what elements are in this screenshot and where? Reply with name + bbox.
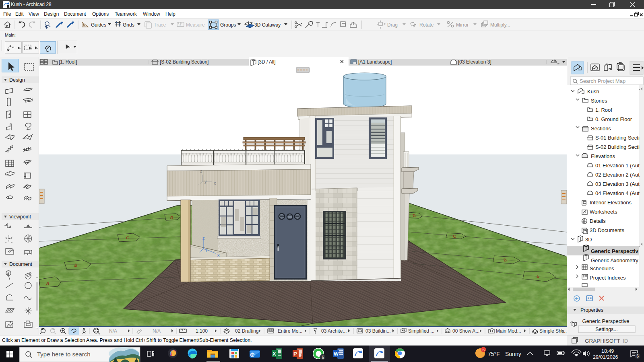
svg-text:75°F: 75°F (488, 351, 500, 357)
svg-text:Rotate: Rotate (419, 22, 434, 28)
svg-text:1:100: 1:100 (196, 328, 208, 334)
svg-text:N/A: N/A (153, 328, 161, 334)
svg-text:Sunny: Sunny (505, 351, 521, 357)
svg-text:3D Cutaway: 3D Cutaway (254, 22, 281, 28)
svg-text:[1. Roof]: [1. Roof] (59, 59, 77, 65)
svg-text:Stories: Stories (591, 98, 607, 104)
svg-text:N/A: N/A (109, 328, 117, 334)
svg-text:12: 12 (178, 24, 181, 27)
svg-text:1. Roof: 1. Roof (595, 107, 612, 113)
svg-text:o: o (251, 353, 254, 357)
svg-text:5: 5 (483, 348, 485, 352)
svg-text:18:49: 18:49 (601, 348, 614, 354)
svg-text:00 Show A...: 00 Show A... (452, 328, 479, 334)
svg-text:Search Project Map: Search Project Map (580, 78, 625, 84)
svg-text:Generic Perspective: Generic Perspective (582, 318, 629, 324)
svg-text:Drag: Drag (387, 22, 398, 28)
svg-text:Schedules: Schedules (590, 265, 614, 272)
svg-text:Settings...: Settings... (595, 327, 618, 332)
svg-text:Type here to search: Type here to search (37, 351, 91, 358)
svg-text:Main Mod...: Main Mod... (496, 328, 521, 334)
svg-text:Properties: Properties (580, 307, 603, 313)
svg-text:[A1 Landscape]: [A1 Landscape] (358, 59, 392, 65)
svg-text:S-02 Building Sectio: S-02 Building Sectio (595, 144, 642, 150)
svg-text:Simplified ...: Simplified ... (408, 328, 434, 334)
svg-text:Groups: Groups (220, 22, 236, 28)
svg-text:[03 Elevation 3]: [03 Elevation 3] (458, 59, 491, 65)
svg-text:Guides: Guides (91, 22, 106, 28)
svg-text:[S-02 Building Section]: [S-02 Building Section] (160, 59, 208, 65)
svg-text:6: 6 (637, 354, 639, 358)
svg-text:Trace: Trace (154, 22, 166, 28)
svg-text:02 Elevation 2 (Autc: 02 Elevation 2 (Autc (595, 172, 642, 178)
svg-text:01 Elevation 1 (Autc: 01 Elevation 1 (Autc (595, 162, 642, 169)
svg-text:03 Archite...: 03 Archite... (321, 328, 347, 334)
svg-text:Mirror: Mirror (456, 22, 469, 28)
svg-text:x: x (217, 253, 220, 257)
svg-text:Kush: Kush (587, 88, 599, 95)
svg-text:P: P (293, 351, 297, 357)
svg-text:29/01/2026: 29/01/2026 (593, 354, 618, 360)
svg-text:S-01 Building Sectio: S-01 Building Sectio (595, 135, 642, 141)
svg-text:z: z (200, 169, 202, 173)
svg-text:GRAPHISOFT: GRAPHISOFT (585, 338, 620, 344)
svg-text:3D Documents: 3D Documents (590, 227, 624, 233)
svg-text:ID: ID (623, 338, 628, 344)
svg-text:[3D / All]: [3D / All] (258, 59, 276, 65)
svg-text:Grids: Grids (123, 22, 134, 28)
svg-text:y: y (204, 179, 207, 184)
svg-text:02 Drafting: 02 Drafting (235, 328, 259, 334)
svg-text:Viewpoint: Viewpoint (9, 214, 31, 220)
svg-text:03 Buildin...: 03 Buildin... (365, 328, 391, 334)
svg-text:3D: 3D (585, 237, 592, 243)
svg-text:W: W (334, 351, 339, 357)
svg-text:Document: Document (9, 261, 32, 267)
svg-text:Sections: Sections (591, 125, 611, 132)
svg-text:Details: Details (590, 218, 606, 224)
svg-text:Worksheets: Worksheets (590, 209, 617, 215)
svg-text:Measure: Measure (186, 22, 205, 28)
svg-text:Entire Mo...: Entire Mo... (278, 328, 302, 334)
svg-text:6: 6 (322, 355, 324, 360)
svg-text:Multiply...: Multiply... (490, 22, 510, 28)
svg-text:z: z (202, 236, 205, 241)
svg-text:Generic Perspectiv: Generic Perspectiv (591, 248, 639, 254)
svg-text:Design: Design (9, 77, 25, 83)
svg-text:Interior Elevations: Interior Elevations (590, 200, 632, 206)
svg-text:04 Elevation 4 (Autc: 04 Elevation 4 (Autc (595, 190, 642, 196)
svg-text:Generic Axonometry: Generic Axonometry (591, 257, 638, 263)
svg-text:03 Elevation 3 (Autc: 03 Elevation 3 (Autc (595, 181, 642, 187)
svg-text:0. Ground Floor: 0. Ground Floor (595, 116, 632, 122)
svg-text:X: X (272, 351, 276, 357)
svg-text:Elevations: Elevations (591, 153, 615, 159)
svg-text:x: x (214, 181, 216, 185)
svg-text:Project Indexes: Project Indexes (590, 275, 626, 281)
svg-text:y: y (205, 247, 208, 252)
